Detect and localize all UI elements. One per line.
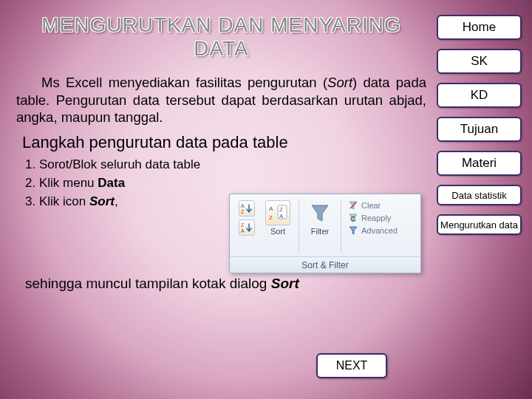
svg-text:A: A — [279, 213, 284, 219]
funnel-advanced-icon — [348, 225, 358, 236]
sort-ascending-icon: A Z — [239, 200, 255, 216]
svg-text:A: A — [241, 203, 245, 208]
nav-home-button[interactable]: Home — [437, 15, 522, 40]
funnel-clear-icon — [348, 200, 358, 211]
continuation-text: sehingga muncul tampilan kotak dialog So… — [25, 276, 426, 292]
svg-text:Z: Z — [241, 209, 245, 214]
sort-dialog-icon: A Z Z A — [265, 200, 290, 225]
nav-sk-button[interactable]: SK — [437, 49, 522, 74]
side-nav: Home SK KD Tujuan Materi Data statistik … — [437, 15, 522, 235]
nav-mengurutkan-data-button[interactable]: Mengurutkan data — [437, 214, 522, 235]
svg-text:Z: Z — [269, 214, 273, 221]
nav-kd-button[interactable]: KD — [437, 83, 522, 108]
nav-tujuan-button[interactable]: Tujuan — [437, 117, 522, 142]
step-1: 1. Sorot/Blok seluruh data table — [25, 157, 426, 174]
reapply-option: Reapply — [348, 213, 391, 223]
nav-data-statistik-button[interactable]: Data statistik — [437, 185, 522, 205]
nav-materi-button[interactable]: Materi — [437, 151, 522, 176]
intro-paragraph: Ms Excell menyediakan fasilitas pengurut… — [16, 74, 426, 125]
step-2: 2. Klik menu Data — [25, 175, 426, 192]
funnel-reapply-icon — [348, 213, 358, 223]
filter-label: Filter — [311, 227, 329, 236]
advanced-option: Advanced — [348, 225, 398, 236]
clear-option: Clear — [348, 200, 381, 211]
svg-text:Z: Z — [279, 206, 283, 213]
excel-ribbon-sort-filter: A Z Z A A Z Z A — [229, 194, 421, 273]
steps-heading: Langkah pengurutan data pada table — [22, 133, 426, 152]
sort-descending-icon: Z A — [239, 219, 255, 236]
svg-text:Z: Z — [241, 222, 245, 228]
svg-text:A: A — [241, 228, 245, 233]
slide-title: MENGURUTKAN DAN MENYARING DATA — [16, 13, 426, 61]
next-button[interactable]: NEXT — [316, 353, 387, 378]
svg-text:A: A — [269, 205, 273, 212]
ribbon-group-label: Sort & Filter — [230, 256, 420, 273]
filter-icon — [307, 200, 332, 225]
sort-label: Sort — [270, 227, 285, 236]
